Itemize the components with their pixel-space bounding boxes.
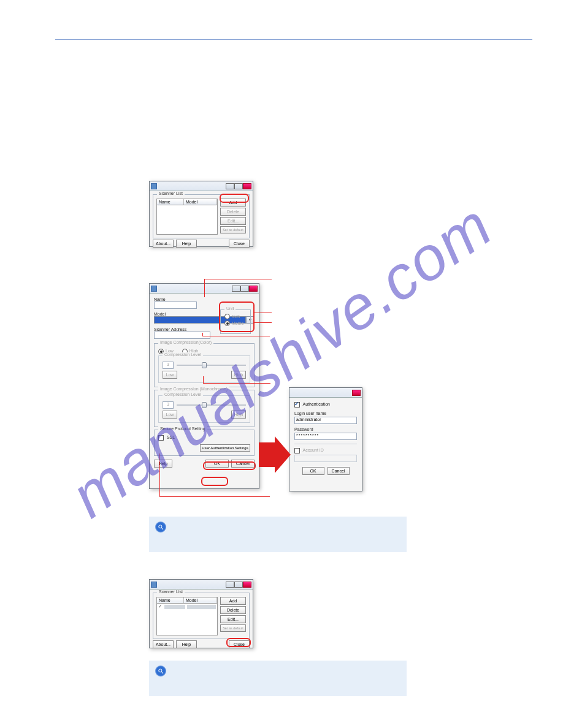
comp-level-label-2: Compression Level	[163, 392, 203, 396]
set-default-button: Set as default	[220, 226, 246, 233]
login-label: Login user name	[294, 411, 357, 415]
maximize-button[interactable]	[234, 582, 243, 588]
list-header: Name Model	[156, 199, 218, 205]
authentication-dialog: Authentication Login user name administr…	[289, 387, 362, 491]
minimize-button[interactable]	[226, 183, 234, 189]
name-input[interactable]	[154, 301, 197, 309]
add-scanner-dialog: Name Model ▼ Scanner Address Unit Inch M…	[149, 283, 259, 489]
scanner-list-dialog-2: Scanner List Name Model ✓ Add Delete	[149, 579, 253, 648]
login-input[interactable]: administrator	[294, 417, 357, 424]
note-icon	[155, 665, 166, 677]
red-arrow-icon	[259, 436, 291, 473]
col-model: Model	[184, 597, 217, 603]
password-label: Password	[294, 427, 357, 431]
auth-cancel-button[interactable]: Cancel	[327, 467, 350, 475]
scanner-list-dialog-1: Scanner List Name Model Add Delete Edit.…	[149, 181, 253, 247]
metric-radio[interactable]	[224, 320, 230, 326]
comp-slider-2	[177, 404, 246, 406]
scanner-list-group-label-2: Scanner List	[157, 590, 185, 594]
about-button[interactable]: About...	[153, 240, 174, 248]
maximize-button[interactable]	[240, 286, 249, 292]
account-id-input	[294, 455, 357, 462]
about-button[interactable]: About...	[153, 640, 174, 648]
titlebar	[150, 284, 259, 294]
titlebar	[150, 580, 253, 590]
page-top-rule	[55, 39, 532, 40]
app-icon	[151, 582, 157, 588]
auth-ok-button[interactable]: OK	[302, 467, 324, 475]
scanner-list-group-label: Scanner List	[157, 191, 185, 195]
minimize-button[interactable]	[232, 286, 240, 292]
ssl-checkbox[interactable]	[158, 435, 164, 441]
edit-button[interactable]: Edit...	[220, 615, 246, 623]
set-default-button: Set as default	[220, 624, 246, 632]
row-model-blur	[187, 605, 216, 609]
account-id-label: Account ID	[303, 448, 324, 452]
svg-marker-0	[259, 436, 291, 473]
comp-slider	[177, 365, 246, 366]
maximize-button[interactable]	[234, 183, 243, 189]
scanner-address-input[interactable]	[154, 332, 210, 339]
check-icon: ✓	[158, 604, 164, 609]
app-icon	[151, 183, 157, 189]
secure-protocol-label: Secure Protocol Setting	[158, 427, 207, 431]
col-name: Name	[157, 597, 184, 603]
row-name-blur	[164, 605, 185, 609]
list-header: Name Model	[156, 597, 218, 604]
unit-group-label: Unit	[224, 306, 236, 311]
note-icon	[155, 521, 166, 533]
app-icon	[151, 286, 157, 292]
close-window-button[interactable]	[249, 286, 258, 292]
close-window-button[interactable]	[243, 582, 251, 588]
close-button[interactable]: Close	[229, 640, 250, 648]
metric-label: Metric	[232, 321, 243, 325]
high-btn-2: High	[231, 411, 246, 419]
comp-level-value-2: 3	[163, 401, 174, 409]
comp-level-label: Compression Level	[163, 352, 203, 357]
user-auth-settings-button[interactable]: User Authentication Settings	[200, 444, 250, 452]
close-window-button[interactable]	[352, 390, 361, 396]
ok-button[interactable]: OK	[205, 460, 229, 468]
ssl-label: SSL	[167, 435, 175, 439]
list-body[interactable]	[156, 205, 218, 235]
list-body[interactable]: ✓	[156, 604, 218, 635]
titlebar	[289, 388, 362, 398]
low-btn: Low	[163, 371, 177, 379]
account-id-checkbox	[294, 448, 300, 453]
add-button[interactable]: Add	[220, 597, 246, 605]
authentication-checkbox[interactable]	[294, 402, 300, 408]
delete-button[interactable]: Delete	[220, 606, 246, 614]
add-button[interactable]: Add	[220, 199, 246, 207]
high-btn: High	[231, 371, 246, 379]
comp-level-value: 3	[163, 362, 174, 369]
watermark-text: manualshive.com	[58, 189, 505, 531]
col-name: Name	[157, 199, 184, 205]
delete-button: Delete	[220, 208, 246, 216]
edit-button: Edit...	[220, 217, 246, 225]
img-comp-mono-label: Image Compression (Monochrome)	[158, 387, 229, 391]
note-box-2	[149, 661, 407, 696]
table-row[interactable]: ✓	[157, 604, 217, 610]
help-button[interactable]: Help	[154, 460, 172, 468]
close-button[interactable]: Close	[229, 240, 250, 248]
help-button[interactable]: Help	[176, 640, 197, 648]
password-input[interactable]: **********	[294, 433, 357, 440]
help-button[interactable]: Help	[176, 240, 197, 248]
low-btn-2: Low	[163, 411, 177, 419]
close-window-button[interactable]	[243, 183, 251, 189]
col-model: Model	[184, 199, 217, 205]
cancel-button[interactable]: Cancel	[231, 460, 255, 468]
inch-radio[interactable]	[224, 314, 230, 319]
authentication-label: Authentication	[303, 402, 330, 406]
titlebar	[150, 181, 253, 191]
minimize-button[interactable]	[226, 582, 234, 588]
inch-label: Inch	[232, 314, 240, 319]
img-comp-color-label: Image Compression(Color)	[158, 340, 213, 344]
name-label: Name	[154, 297, 255, 301]
note-box-1	[149, 517, 407, 552]
